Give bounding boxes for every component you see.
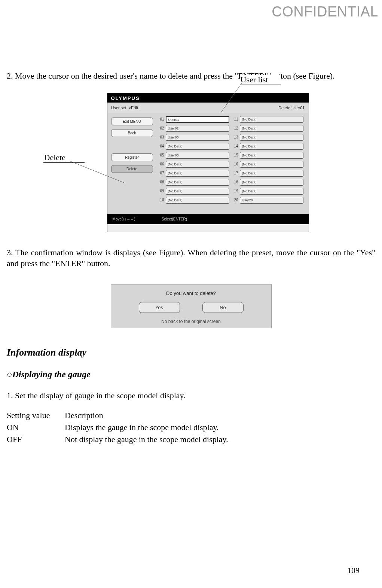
list-item[interactable]: (No Data) — [166, 161, 229, 168]
list-num: 02 — [158, 126, 166, 130]
register-button[interactable]: Register — [111, 153, 153, 161]
section-heading-information-display: Information display — [7, 347, 375, 358]
table-cell-key: ON — [7, 421, 65, 433]
list-num: 03 — [158, 135, 166, 139]
list-num: 20 — [232, 198, 240, 202]
table-cell-value: Displays the gauge in the scope model di… — [65, 421, 375, 433]
list-item[interactable]: (No Data) — [240, 170, 303, 177]
footer-bar: Move(↑↓←→) Select(ENTER) — [107, 214, 309, 224]
list-num: 15 — [232, 153, 240, 157]
screen-bottom-edge — [107, 224, 309, 232]
list-num: 16 — [232, 162, 240, 166]
figure-1-wrap: User list Delete OLYMPUS User set. >Edit… — [7, 93, 375, 232]
list-item[interactable]: (No Data) — [166, 170, 229, 177]
list-item[interactable]: User05 — [166, 152, 229, 159]
list-num: 09 — [158, 189, 166, 193]
list-item[interactable]: (No Data) — [240, 125, 303, 132]
confirm-dialog: Do you want to delete? Yes No No back to… — [111, 284, 272, 328]
yes-button[interactable]: Yes — [139, 302, 180, 313]
delete-button[interactable]: Delete — [111, 165, 153, 173]
table-cell-key: OFF — [7, 433, 65, 445]
list-num: 05 — [158, 153, 166, 157]
list-num: 08 — [158, 180, 166, 184]
callout-delete: Delete — [43, 153, 85, 163]
table-header-setting: Setting value — [7, 409, 65, 421]
back-button[interactable]: Back — [111, 129, 153, 137]
list-num: 18 — [232, 180, 240, 184]
user-list-panel: 01User01 02User02 03User03 04(No Data) 0… — [155, 116, 306, 211]
dialog-question: Do you want to delete? — [119, 290, 264, 296]
device-screen: OLYMPUS User set. >Edit Delete User01 Ex… — [107, 93, 309, 232]
instruction-step-3: 3. The confirmation window is displays (… — [7, 247, 375, 269]
list-num: 01 — [158, 117, 166, 121]
list-item[interactable]: (No Data) — [166, 179, 229, 186]
instruction-step-2: 2. Move the cursor on the desired user's… — [7, 70, 375, 82]
list-item[interactable]: (No Data) — [166, 143, 229, 150]
breadcrumb-text: User set. >Edit — [111, 106, 138, 110]
status-text: Delete User01 — [278, 106, 305, 110]
dialog-note: No back to the original screen — [119, 319, 264, 324]
list-num: 17 — [232, 171, 240, 175]
settings-table: Setting value Description ON Displays th… — [7, 409, 375, 445]
table-cell-value: Not display the gauge in the scope model… — [65, 433, 375, 445]
list-num: 12 — [232, 126, 240, 130]
list-item[interactable]: (No Data) — [240, 134, 303, 141]
gauge-step-1: 1. Set the display of gauge in the scope… — [7, 390, 375, 401]
menu-panel: Exit MENU Back Register Delete — [110, 116, 155, 211]
list-item[interactable]: (No Data) — [240, 116, 303, 123]
list-num: 10 — [158, 198, 166, 202]
subheading-displaying-gauge: ○Displaying the gauge — [7, 369, 375, 380]
list-num: 13 — [232, 135, 240, 139]
list-item[interactable]: User03 — [166, 134, 229, 141]
list-item[interactable]: User01 — [166, 116, 229, 123]
user-list-col-1: 01User01 02User02 03User03 04(No Data) 0… — [158, 116, 232, 211]
list-item[interactable]: (No Data) — [240, 152, 303, 159]
list-num: 06 — [158, 162, 166, 166]
list-item[interactable]: (No Data) — [240, 143, 303, 150]
list-num: 14 — [232, 144, 240, 148]
list-item[interactable]: User02 — [166, 125, 229, 132]
brand-bar: OLYMPUS — [107, 93, 309, 103]
list-item[interactable]: (No Data) — [240, 161, 303, 168]
list-num: 07 — [158, 171, 166, 175]
user-list-col-2: 11(No Data) 12(No Data) 13(No Data) 14(N… — [232, 116, 306, 211]
list-num: 04 — [158, 144, 166, 148]
callout-user-list: User list — [240, 75, 281, 85]
breadcrumb-bar: User set. >Edit Delete User01 — [107, 103, 309, 113]
no-button[interactable]: No — [202, 302, 244, 313]
list-item[interactable]: User20 — [240, 197, 303, 204]
list-item[interactable]: (No Data) — [240, 188, 303, 195]
list-item[interactable]: (No Data) — [166, 197, 229, 204]
list-num: 19 — [232, 189, 240, 193]
table-header-description: Description — [65, 409, 375, 421]
page-number: 109 — [347, 566, 360, 575]
footer-select-hint: Select(ENTER) — [162, 217, 187, 221]
list-item[interactable]: (No Data) — [166, 188, 229, 195]
confidential-watermark: CONFIDENTIAL — [272, 4, 378, 20]
footer-move-hint: Move(↑↓←→) — [113, 217, 135, 221]
list-item[interactable]: (No Data) — [240, 179, 303, 186]
list-num: 11 — [232, 117, 240, 121]
figure-2-wrap: Do you want to delete? Yes No No back to… — [7, 280, 375, 328]
exit-menu-button[interactable]: Exit MENU — [111, 118, 153, 125]
